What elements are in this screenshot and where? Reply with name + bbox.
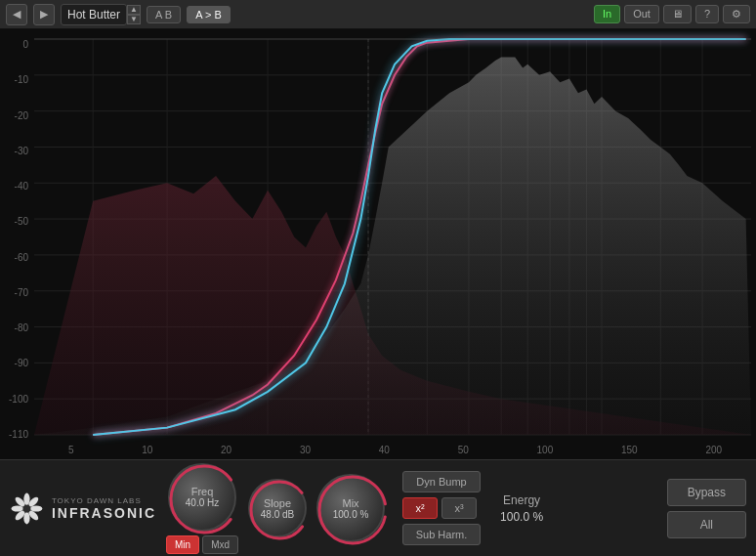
y-label-n30: -30 [0,146,34,156]
energy-section: Energy 100.0 % [500,493,543,524]
freq-knob[interactable]: Freq 40.0 Hz [168,463,236,532]
bottom-panel: TOKYO DAWN LABS INFRASONIC Freq 40.0 Hz … [0,459,756,556]
mix-knob-container: Mix 100.0 % [316,474,385,542]
x-label-50: 50 [458,445,469,455]
y-label-n100: -100 [0,394,34,405]
x-label-5: 5 [68,445,74,455]
y-label-n70: -70 [0,287,34,298]
out-button[interactable]: Out [624,5,659,23]
svg-point-0 [23,492,29,504]
in-button[interactable]: In [594,5,620,23]
y-axis-labels: 0 -10 -20 -30 -40 -50 -60 -70 -80 -90 -1… [0,29,34,459]
preset-name-display: Hot Butter [61,4,127,25]
preset-name-text: Hot Butter [67,8,120,21]
bypass-all-section: Bypass All [667,479,746,538]
x2-button[interactable]: x² [402,497,438,519]
y-label-n90: -90 [0,358,34,368]
energy-label: Energy [503,493,540,507]
y-label-n60: -60 [0,252,34,263]
preset-down-button[interactable]: ▼ [127,15,141,24]
slope-knob-ring-svg [248,479,311,541]
x3-button[interactable]: x³ [441,497,477,519]
y-label-n10: -10 [0,74,34,85]
eq-display[interactable]: 0 -10 -20 -30 -40 -50 -60 -70 -80 -90 -1… [0,29,756,459]
svg-point-10 [251,482,308,538]
help-button[interactable]: ? [695,5,719,23]
y-label-n50: -50 [0,216,34,227]
svg-point-8 [23,504,31,512]
x-axis-labels: 5 10 20 30 40 50 100 150 200 [34,445,756,455]
mix-knob-ring-svg [316,474,389,546]
logo-text-block: TOKYO DAWN LABS INFRASONIC [52,496,156,521]
slope-knob[interactable]: Slope 48.0 dB [248,479,307,537]
logo-icon [10,487,44,531]
svg-point-4 [23,511,29,523]
min-button[interactable]: Min [166,535,199,554]
freq-knob-ring-svg [168,463,240,535]
x-label-30: 30 [300,445,311,455]
y-label-n40: -40 [0,181,34,192]
mxd-button[interactable]: Mxd [202,535,238,554]
settings-button[interactable]: ⚙ [723,5,750,23]
x-label-20: 20 [221,445,231,455]
x-label-150: 150 [621,445,638,455]
svg-point-6 [12,505,23,511]
top-bar: ◀ ▶ Hot Butter ▲ ▼ A B A > B In Out 🖥 ? … [0,0,756,29]
back-button[interactable]: ◀ [6,4,27,25]
svg-point-2 [30,505,42,511]
x-label-200: 200 [705,445,722,455]
logo-bottom-text: INFRASONIC [52,505,156,521]
energy-value: 100.0 % [500,510,543,524]
svg-point-11 [319,477,386,543]
mix-knob[interactable]: Mix 100.0 % [316,474,385,542]
ab-button[interactable]: A B [147,6,181,23]
y-label-n80: -80 [0,322,34,333]
y-label-n110: -110 [0,429,34,440]
logo-top-text: TOKYO DAWN LABS [52,496,156,505]
top-right-controls: In Out 🖥 ? ⚙ [594,5,750,23]
logo-area: TOKYO DAWN LABS INFRASONIC [10,487,156,531]
sub-harm-button[interactable]: Sub Harm. [402,524,481,545]
all-button[interactable]: All [667,511,746,538]
monitor-button[interactable]: 🖥 [663,5,692,23]
x-label-40: 40 [379,445,390,455]
y-label-n20: -20 [0,110,34,121]
x-label-10: 10 [142,445,152,455]
svg-point-9 [171,466,237,533]
x-label-100: 100 [537,445,554,455]
right-side-controls: Dyn Bump x² x³ Sub Harm. [402,471,481,545]
forward-button[interactable]: ▶ [33,4,55,25]
y-label-0: 0 [0,39,34,50]
preset-up-button[interactable]: ▲ [127,5,141,15]
eq-canvas[interactable] [0,29,756,459]
dyn-bump-button[interactable]: Dyn Bump [402,471,481,492]
freq-knob-container: Freq 40.0 Hz Min Mxd [166,463,238,554]
bypass-button[interactable]: Bypass [667,479,746,506]
slope-knob-container: Slope 48.0 dB [248,479,307,537]
ab-copy-button[interactable]: A > B [187,6,231,23]
mode-buttons: Min Mxd [166,535,238,554]
x2-x3-row: x² x³ [402,497,481,519]
